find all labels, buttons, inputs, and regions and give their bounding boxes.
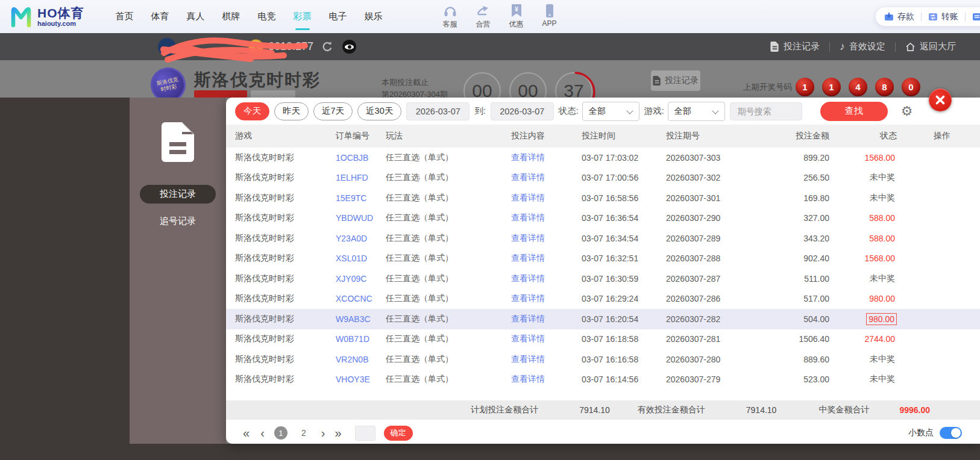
order-id-link[interactable]: VR2N0B [322, 355, 386, 364]
page-jump-input[interactable] [355, 426, 375, 441]
table-row: 斯洛伐克时时彩 XJY09C 任三直选（单式） 查看详情 03-07 16:30… [226, 269, 980, 289]
menu-item[interactable]: 彩票 [294, 8, 312, 25]
col-action: 操作 [904, 131, 980, 141]
order-id-link[interactable]: XSL01D [322, 253, 386, 263]
secondary-mode-button-clipped[interactable] [251, 90, 295, 98]
date-quick-filter[interactable]: 昨天 [274, 102, 309, 120]
order-id-link[interactable]: Y23A0D [322, 234, 386, 243]
view-detail-link[interactable]: 查看详情 [511, 354, 545, 364]
game-select[interactable]: 全部 [668, 102, 725, 121]
sound-settings-link[interactable]: 音效设定 [840, 40, 885, 53]
partner-button[interactable]: 合营 [471, 4, 495, 30]
sidebar-item[interactable]: 投注记录 [140, 185, 216, 204]
draw-ball: 1 [822, 78, 841, 96]
cell-play: 任三直选（单式） [386, 193, 506, 204]
order-id-link[interactable]: YBDWUD [322, 213, 386, 223]
table-row: 斯洛伐克时时彩 Y23A0D 任三直选（单式） 查看详情 03-07 16:34… [226, 228, 980, 249]
period-search-input[interactable] [730, 102, 802, 120]
page-number[interactable]: 2 [297, 426, 310, 440]
cell-amount: 169.80 [765, 193, 838, 203]
gear-icon[interactable] [901, 104, 913, 119]
promotions-button[interactable]: ¥ 优惠 [504, 4, 529, 30]
menu-item[interactable]: 真人 [187, 8, 205, 25]
next-page-button[interactable] [321, 427, 325, 439]
cell-time: 03-07 16:30:59 [582, 274, 666, 284]
view-detail-link[interactable]: 查看详情 [511, 293, 545, 303]
menu-item[interactable]: 体育 [151, 8, 169, 25]
chevron-down-icon [712, 107, 718, 114]
order-id-link[interactable]: XJY09C [322, 274, 386, 284]
decimal-toggle[interactable] [940, 427, 962, 439]
cell-status: 1568.00 [838, 253, 904, 264]
menu-item[interactable]: 电子 [329, 8, 347, 25]
eye-toggle-icon[interactable] [342, 40, 356, 54]
status-value: 未中奖 [868, 192, 897, 204]
cell-time: 03-07 16:16:58 [582, 355, 666, 364]
status-value: 未中奖 [868, 172, 897, 184]
date-quick-filter[interactable]: 近7天 [313, 102, 353, 120]
view-detail-link[interactable]: 查看详情 [511, 253, 545, 263]
withdraw-link[interactable]: 取款 [972, 11, 980, 22]
dimmed-background-left [0, 98, 130, 460]
date-quick-filter[interactable]: 今天 [235, 102, 269, 120]
brand-title: HO体育 [37, 7, 84, 20]
cell-period: 20260307-302 [666, 173, 765, 182]
date-quick-filter[interactable]: 近30天 [357, 102, 401, 120]
prev-page-button[interactable] [260, 427, 265, 439]
status-value: 未中奖 [868, 353, 897, 365]
refresh-icon[interactable] [321, 41, 333, 53]
first-page-button[interactable] [243, 427, 250, 439]
sidebar-item[interactable]: 追号记录 [140, 212, 216, 231]
menu-item[interactable]: 电竞 [258, 8, 276, 25]
order-id-link[interactable]: 1ELHFD [322, 173, 386, 182]
transfer-link[interactable]: 转账 [928, 11, 958, 22]
view-detail-link[interactable]: 查看详情 [511, 314, 545, 323]
last-page-button[interactable] [335, 427, 341, 439]
cell-time: 03-07 16:34:54 [582, 234, 666, 243]
menu-item[interactable]: 娱乐 [365, 8, 383, 25]
document-icon [770, 42, 779, 52]
table-row: 斯洛伐克时时彩 1ELHFD 任三直选（单式） 查看详情 03-07 17:00… [226, 168, 980, 188]
play-mode-button-clipped[interactable] [194, 90, 247, 98]
order-id-link[interactable]: 15E9TC [322, 193, 386, 203]
deposit-link[interactable]: 存款 [884, 11, 914, 22]
view-detail-link[interactable]: 查看详情 [511, 273, 545, 283]
menu-item[interactable]: 棋牌 [222, 8, 240, 25]
cell-status: 未中奖 [838, 172, 904, 184]
date-to-input[interactable]: 2026-03-07 [491, 102, 554, 120]
confirm-button[interactable]: 确定 [384, 426, 413, 441]
order-id-link[interactable]: XCOCNC [322, 294, 386, 303]
date-from-input[interactable]: 2026-03-07 [406, 102, 470, 120]
user-avatar[interactable] [158, 38, 176, 56]
view-detail-link[interactable]: 查看详情 [511, 152, 545, 162]
win-total-value: 9996.00 [899, 405, 930, 415]
page-number[interactable]: 1 [274, 426, 287, 440]
order-id-link[interactable]: VHOY3E [322, 375, 386, 384]
cell-status: 1568.00 [838, 152, 904, 163]
bet-records-link[interactable]: 投注记录 [770, 41, 820, 52]
order-id-link[interactable]: 1OCBJB [322, 153, 386, 163]
modal-close-button[interactable] [929, 89, 952, 111]
headset-icon [438, 4, 462, 18]
win-total-label: 中奖金额合计 [818, 405, 869, 415]
view-detail-link[interactable]: 查看详情 [511, 172, 545, 182]
order-id-link[interactable]: W9AB3C [322, 314, 386, 324]
header-bet-records-button[interactable]: 投注记录 [651, 70, 700, 91]
brand[interactable]: HO体育 haiouty.com [10, 6, 84, 28]
cell-play: 任三直选（单式） [386, 314, 506, 325]
customer-service-button[interactable]: 客服 [438, 4, 462, 30]
menu-item[interactable]: 首页 [116, 8, 134, 25]
status-select[interactable]: 全部 [582, 102, 639, 121]
search-button[interactable]: 查找 [820, 102, 888, 121]
col-status: 状态 [838, 131, 904, 141]
view-detail-link[interactable]: 查看详情 [511, 334, 545, 343]
view-detail-link[interactable]: 查看详情 [511, 193, 545, 202]
cell-game: 斯洛伐克时时彩 [235, 213, 322, 223]
order-id-link[interactable]: W0B71D [322, 334, 386, 344]
back-to-lobby-link[interactable]: 返回大厅 [905, 41, 956, 52]
status-value: 588.00 [867, 213, 897, 223]
view-detail-link[interactable]: 查看详情 [511, 213, 545, 222]
view-detail-link[interactable]: 查看详情 [511, 233, 545, 243]
view-detail-link[interactable]: 查看详情 [511, 374, 545, 384]
app-download-button[interactable]: APP [538, 4, 562, 30]
